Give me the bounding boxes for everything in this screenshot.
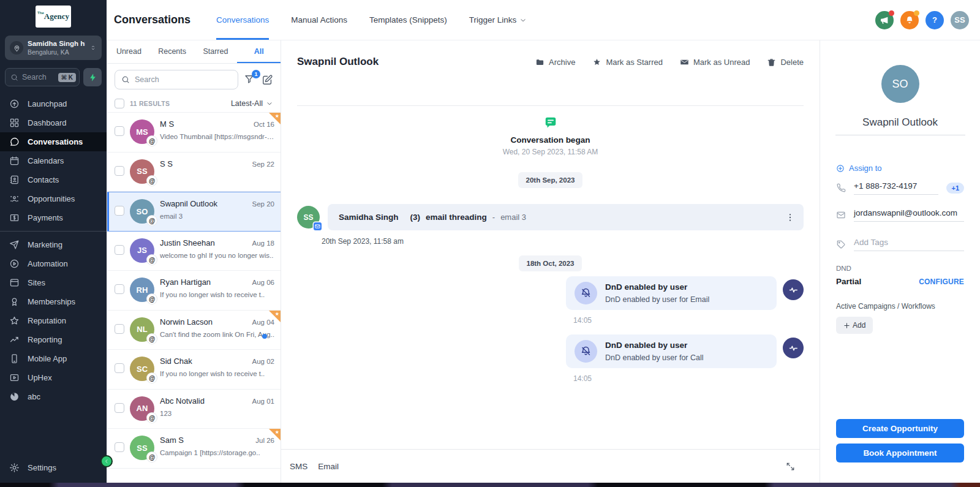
sidebar-item-memberships[interactable]: Memberships [0,292,107,311]
assign-to-button[interactable]: Assign to [836,164,980,173]
tab-label: Manual Actions [291,15,347,25]
sidebar-item-automation[interactable]: Automation [0,254,107,273]
sidebar-collapse-button[interactable] [100,455,113,467]
additional-phone-badge[interactable]: +1 [946,183,964,194]
expand-composer-button[interactable] [786,462,795,471]
conversation-checkbox[interactable] [115,324,124,334]
automation-icon [9,259,20,269]
conversation-snippet: email 3 [160,213,274,220]
list-tab-unread[interactable]: Unread [107,40,151,63]
conversation-checkbox[interactable] [115,245,124,255]
list-tab-starred[interactable]: Starred [194,40,238,63]
list-tab-label: Recents [158,47,186,56]
sidebar-item-reporting[interactable]: Reporting [0,330,107,349]
list-tab-all[interactable]: All [237,40,281,63]
conversation-row-abc-notvalid[interactable]: AN@Abc NotvalidAug 01123 [107,390,281,429]
chevron-down-icon [266,100,273,107]
email-menu-button[interactable] [785,213,795,222]
contact-avatar: SO [881,65,919,103]
sidebar-item-launchpad[interactable]: Launchpad [0,94,107,113]
add-tags-input[interactable]: Add Tags [854,238,964,251]
conversation-checkbox[interactable] [115,206,124,216]
conversation-row-justin-sheehan[interactable]: JS@Justin SheehanAug 18welcome to ghl If… [107,232,281,271]
search-icon [10,74,18,81]
dnd-event: DnD enabled by userDnD enabled by user f… [566,276,804,325]
sidebar-item-conversations[interactable]: Conversations [0,132,107,151]
conversation-row-swapnil-outlook[interactable]: SO@Swapnil OutlookSep 20email 3 [107,192,281,232]
archive-button[interactable]: Archive [535,58,575,67]
activity-button[interactable] [783,279,804,300]
conversation-info: Abc NotvalidAug 01123 [160,396,274,417]
composer-tab-email[interactable]: Email [318,462,339,471]
email-separator: - [492,213,495,222]
conversation-search-input[interactable]: Search [115,70,238,89]
filter-button[interactable]: 1 [244,74,256,86]
conversation-checkbox[interactable] [115,166,124,176]
mark-as-unread-button[interactable]: Mark as Unread [680,58,750,67]
conversation-row-ryan-hartigan[interactable]: RH@Ryan HartiganAug 06If you no longer w… [107,271,281,311]
sidebar-item-label: Memberships [28,297,75,306]
dnd-configure-link[interactable]: CONFIGURE [919,277,964,286]
email-message-row[interactable]: SS Samidha Singh (3) email threading - e… [297,204,804,230]
composer-tab-sms[interactable]: SMS [290,462,307,471]
notifications-button[interactable] [900,11,919,29]
tab-conversations[interactable]: Conversations [216,0,269,40]
contact-email-field[interactable]: jordanswapnil@outlook.com [854,208,964,222]
sidebar-item-payments[interactable]: Payments [0,208,107,227]
delete-button[interactable]: Delete [767,58,804,67]
sidebar-item-settings[interactable]: Settings [0,458,107,477]
sort-dropdown[interactable]: Latest-All [231,99,273,108]
email-summary-bar[interactable]: Samidha Singh (3) email threading - emai… [328,204,804,230]
conversation-checkbox[interactable] [115,363,124,373]
conversation-checkbox[interactable] [115,442,124,452]
contact-name-field[interactable]: Swapnil Outlook [835,116,965,135]
sidebar-item-dashboard[interactable]: Dashboard [0,113,107,132]
quick-actions-button[interactable] [83,68,102,86]
announcements-button[interactable] [875,11,894,29]
select-all-checkbox[interactable] [115,99,124,108]
activity-button[interactable] [783,338,804,358]
sidebar-item-contacts[interactable]: Contacts [0,170,107,189]
sidebar-item-mobile-app[interactable]: Mobile App [0,349,107,368]
at-channel-badge: @ [147,334,157,344]
mark-as-starred-button[interactable]: Mark as Starred [592,58,662,67]
book-appointment-button[interactable]: Book Appointment [836,444,964,462]
star-icon [592,58,601,67]
launchpad-icon [9,99,20,109]
sidebar-item-uphex[interactable]: UpHex [0,368,107,387]
sidebar-item-opportunities[interactable]: Opportunities [0,189,107,208]
help-button[interactable]: ? [925,11,944,29]
user-avatar-button[interactable]: SS [951,11,969,29]
conversation-row-norwin-lacson[interactable]: NL@Norwin LacsonAug 04Can't find the zoo… [107,311,281,350]
account-switcher[interactable]: Samidha Singh highl... Bengaluru, KA [5,36,102,60]
conversation-row-sid-chak[interactable]: SC@Sid ChakAug 02If you no longer wish t… [107,350,281,390]
conversation-row-m-s[interactable]: MS@M SOct 16Video Thumbnail [https://msg… [107,113,281,153]
composer-tabs: SMSEmail [290,462,339,471]
conversation-checkbox[interactable] [115,284,124,294]
notification-dot [889,10,894,16]
create-opportunity-button[interactable]: Create Opportunity [836,419,964,438]
list-tab-recents[interactable]: Recents [151,40,194,63]
conversation-checkbox[interactable] [115,403,124,413]
sidebar-search-input[interactable]: Search ⌘ K [5,68,80,86]
conversation-date: Aug 06 [252,279,274,286]
sidebar-item-calendars[interactable]: Calendars [0,151,107,170]
tab-trigger-links[interactable]: Trigger Links [469,0,527,40]
notification-dot [914,10,919,16]
conversation-row-sam-s[interactable]: SS@Sam SJul 26Campaign 1 [https://storag… [107,429,281,469]
conversation-checkbox[interactable] [115,126,124,136]
compose-button[interactable] [262,74,273,86]
sidebar-item-sites[interactable]: Sites [0,273,107,292]
topbar: Conversations ConversationsManual Action… [107,0,980,40]
contact-phone-field[interactable]: +1 888-732-4197 [854,181,938,195]
conversation-row-s-s[interactable]: SS@S SSep 22 [107,153,281,192]
add-campaign-button[interactable]: Add [836,317,873,334]
sidebar-item-abc[interactable]: abc [0,387,107,406]
sidebar-item-reputation[interactable]: Reputation [0,311,107,330]
sidebar-item-marketing[interactable]: Marketing [0,235,107,254]
tab-templates-snippets[interactable]: Templates (Snippets) [369,0,447,40]
marketing-icon [9,240,20,250]
tab-manual-actions[interactable]: Manual Actions [291,0,347,40]
corner-star-icon: ★ [275,113,279,119]
results-count: 11 RESULTS [130,100,170,107]
